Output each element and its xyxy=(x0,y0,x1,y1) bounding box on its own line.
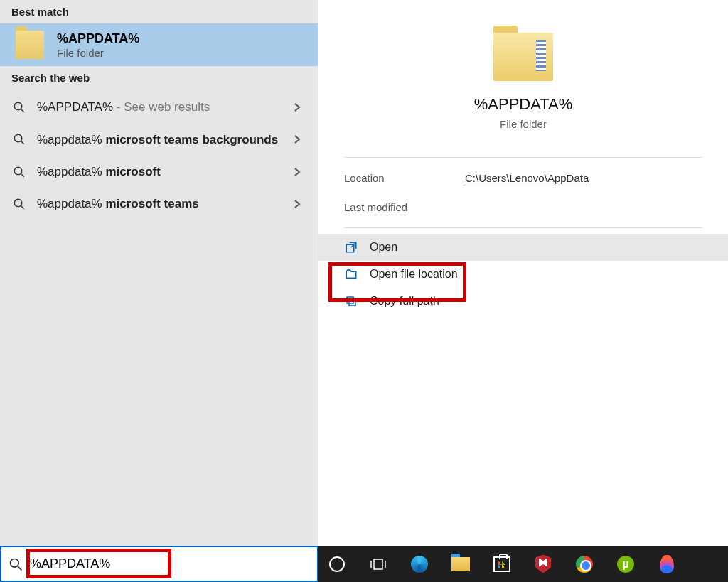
location-link[interactable]: C:\Users\Lenovo\AppData xyxy=(465,172,589,184)
open-label: Open xyxy=(370,241,397,254)
svg-rect-10 xyxy=(349,299,355,306)
web-result-bold: microsoft teams xyxy=(105,197,198,210)
search-icon xyxy=(9,557,23,571)
task-view-icon[interactable] xyxy=(368,554,388,574)
cortana-icon[interactable] xyxy=(327,554,347,574)
svg-point-0 xyxy=(14,102,22,110)
open-icon xyxy=(344,241,358,254)
preview-panel: %APPDATA% File folder Location C:\Users\… xyxy=(318,0,728,546)
utorrent-icon[interactable]: µ xyxy=(616,554,636,574)
search-box[interactable] xyxy=(0,546,318,582)
copy-full-path-action[interactable]: Copy full path xyxy=(318,288,728,315)
chevron-right-icon xyxy=(294,102,306,112)
svg-line-5 xyxy=(21,173,24,177)
best-match-result[interactable]: %APPDATA% File folder xyxy=(0,23,318,66)
web-result-text: %appdata% xyxy=(37,165,105,178)
open-file-location-label: Open file location xyxy=(370,268,458,281)
web-result[interactable]: %appdata% microsoft teams xyxy=(0,188,318,220)
web-result[interactable]: %appdata% microsoft teams backgrounds xyxy=(0,124,318,156)
chrome-icon[interactable] xyxy=(574,554,594,574)
svg-point-4 xyxy=(14,167,22,175)
svg-line-3 xyxy=(21,141,24,145)
file-explorer-icon[interactable] xyxy=(451,554,471,574)
folder-icon xyxy=(493,33,553,81)
mcafee-icon[interactable] xyxy=(533,554,553,574)
svg-line-7 xyxy=(21,205,24,209)
best-match-header: Best match xyxy=(0,0,318,23)
preview-title: %APPDATA% xyxy=(318,95,728,114)
location-label: Location xyxy=(344,172,465,184)
open-file-location-action[interactable]: Open file location xyxy=(318,261,728,288)
microsoft-store-icon[interactable] xyxy=(492,554,512,574)
edge-icon[interactable] xyxy=(410,554,429,574)
web-result[interactable]: %APPDATA% - See web results xyxy=(0,91,318,123)
last-modified-label: Last modified xyxy=(344,201,465,213)
search-web-header: Search the web xyxy=(0,66,318,90)
web-result-bold: microsoft teams backgrounds xyxy=(105,133,278,146)
taskbar: µ xyxy=(0,546,728,582)
chevron-right-icon xyxy=(294,167,306,177)
svg-line-13 xyxy=(18,566,22,570)
web-result-bold: microsoft xyxy=(105,165,160,178)
svg-point-6 xyxy=(14,199,22,207)
svg-line-1 xyxy=(21,109,24,112)
web-result-text: %appdata% xyxy=(37,133,105,146)
web-result-text: %APPDATA% xyxy=(37,100,113,114)
search-input[interactable] xyxy=(30,556,286,571)
search-icon xyxy=(11,166,27,178)
search-results-panel: Best match %APPDATA% File folder Search … xyxy=(0,0,318,546)
folder-icon xyxy=(16,31,44,59)
svg-rect-11 xyxy=(347,297,353,303)
svg-rect-14 xyxy=(374,559,382,569)
chevron-right-icon xyxy=(294,199,306,209)
svg-point-12 xyxy=(11,559,19,567)
search-icon xyxy=(11,101,27,114)
web-result[interactable]: %appdata% microsoft xyxy=(0,156,318,188)
open-action[interactable]: Open xyxy=(318,234,728,261)
preview-subtitle: File folder xyxy=(318,118,728,130)
taskbar-icons: µ xyxy=(318,546,728,582)
folder-open-icon xyxy=(344,268,358,281)
search-icon xyxy=(11,133,27,146)
divider xyxy=(344,157,702,158)
svg-point-2 xyxy=(14,135,22,143)
copy-full-path-label: Copy full path xyxy=(370,295,439,308)
web-result-text: %appdata% xyxy=(37,197,105,210)
divider xyxy=(344,227,702,228)
result-title: %APPDATA% xyxy=(57,31,139,47)
search-icon xyxy=(11,198,27,210)
result-subtitle: File folder xyxy=(57,47,139,59)
paint3d-icon[interactable] xyxy=(657,554,677,574)
web-result-suffix: - See web results xyxy=(113,100,210,114)
chevron-right-icon xyxy=(294,134,306,144)
web-results-list: %APPDATA% - See web results %appdata% mi… xyxy=(0,90,318,220)
copy-icon xyxy=(344,295,358,308)
